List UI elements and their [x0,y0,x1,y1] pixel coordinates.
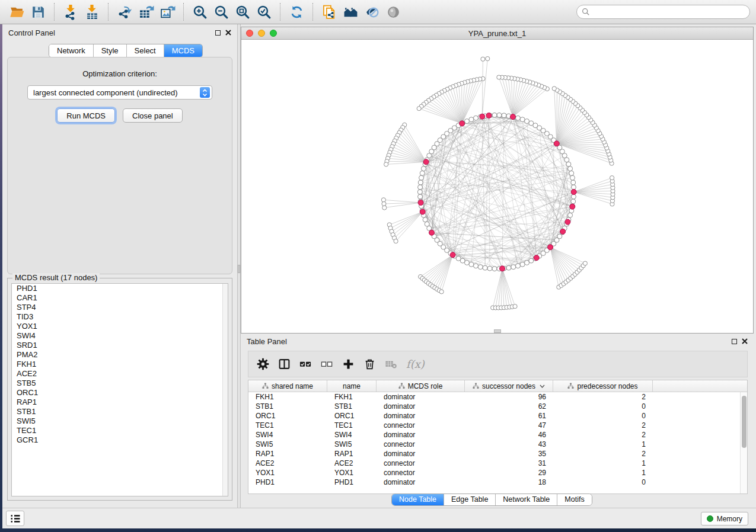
ring-node[interactable] [418,185,423,190]
canvas-splitter-handle[interactable] [494,329,501,333]
table-cell[interactable]: FKH1 [327,393,377,401]
close-window-icon[interactable] [246,30,253,37]
ring-node[interactable] [525,119,529,124]
ring-node[interactable] [520,117,525,122]
hub-node[interactable] [570,204,575,209]
table-cell[interactable]: dominator [377,431,465,439]
ring-node[interactable] [469,262,474,267]
ring-node[interactable] [566,162,571,166]
hub-node[interactable] [480,114,485,119]
ring-node[interactable] [417,190,422,194]
tab-select[interactable]: Select [127,44,164,57]
table-row[interactable]: ACE2ACE2connector311 [248,459,740,468]
splitter-handle[interactable] [238,265,240,273]
ring-node[interactable] [474,116,479,120]
task-history-button[interactable] [6,511,24,526]
table-cell[interactable]: 1 [553,459,653,467]
mcds-result-item[interactable]: FKH1 [12,360,228,369]
ring-node[interactable] [418,194,423,199]
ring-node[interactable] [569,171,574,175]
table-cell[interactable]: SWI4 [248,431,327,439]
table-cell[interactable]: ACE2 [248,459,327,467]
column-header-successor-nodes[interactable]: successor nodes [465,380,553,392]
ring-node[interactable] [570,175,575,180]
mcds-result-item[interactable]: STB5 [12,379,228,388]
table-cell[interactable]: 62 [465,402,553,411]
table-cell[interactable]: connector [377,469,465,477]
table-cell[interactable]: connector [377,459,465,467]
hub-node[interactable] [548,245,553,250]
table-cell[interactable]: FKH1 [248,393,327,401]
table-cell[interactable]: SWI5 [248,440,327,448]
ring-node[interactable] [568,166,573,171]
ring-node[interactable] [525,260,529,265]
ring-node[interactable] [571,185,576,190]
table-cell[interactable]: 35 [465,450,553,458]
search-network-icon[interactable] [342,3,359,21]
hub-node[interactable] [423,159,429,165]
ring-node[interactable] [464,260,469,265]
tab-node-table[interactable]: Node Table [392,494,444,505]
tab-edge-table[interactable]: Edge Table [444,494,496,505]
zoom-out-icon[interactable] [212,3,230,21]
table-cell[interactable]: 29 [465,469,553,477]
tab-mcds[interactable]: MCDS [164,44,202,57]
ring-node[interactable] [483,265,487,270]
refresh-icon[interactable] [288,3,305,21]
table-scrollbar[interactable] [740,392,747,493]
ring-node[interactable] [464,119,469,124]
open-file-icon[interactable] [8,3,25,21]
tab-motifs[interactable]: Motifs [557,494,591,505]
hub-node[interactable] [429,230,435,235]
ring-node[interactable] [571,180,576,185]
ring-node[interactable] [529,121,534,126]
table-cell[interactable]: 31 [465,459,553,467]
minimize-window-icon[interactable] [258,30,265,37]
mcds-result-item[interactable]: ACE2 [12,369,228,379]
mcds-result-item[interactable]: SWI5 [12,416,228,426]
column-header-mcds-role[interactable]: MCDS role [377,380,465,392]
mcds-result-item[interactable]: TEC1 [12,426,228,435]
toggle-panel-icon[interactable] [278,357,291,371]
select-all-icon[interactable] [299,357,312,371]
float-panel-icon[interactable] [215,30,221,36]
hub-node[interactable] [460,121,465,126]
table-cell[interactable]: PHD1 [327,478,377,486]
zoom-window-icon[interactable] [270,30,277,37]
function-builder-icon[interactable]: f(x) [406,357,425,371]
leaf-node[interactable] [513,305,517,309]
hub-node[interactable] [560,229,566,234]
table-cell[interactable]: 0 [553,402,653,411]
table-cell[interactable]: PHD1 [248,478,327,486]
table-cell[interactable]: 0 [553,478,653,486]
mcds-result-item[interactable]: RAP1 [12,398,228,407]
mcds-result-item[interactable]: ORC1 [12,388,228,398]
mcds-result-list[interactable]: PHD1CAR1STP4TID3YOX1SWI4SRD1PMA2FKH1ACE2… [11,283,228,496]
table-cell[interactable]: TEC1 [248,421,327,430]
ring-node[interactable] [423,217,428,222]
float-panel-icon[interactable] [732,339,737,344]
leaf-node[interactable] [486,56,490,60]
hub-node[interactable] [420,209,425,214]
ring-node[interactable] [506,265,511,270]
import-network-icon[interactable] [62,3,79,21]
show-eye-icon[interactable] [384,3,402,21]
scrollbar-thumb[interactable] [742,396,747,448]
table-cell[interactable]: 96 [465,393,553,401]
ring-node[interactable] [492,267,497,271]
hub-node[interactable] [418,200,423,206]
table-cell[interactable]: YOX1 [327,469,377,477]
mcds-result-item[interactable]: STP4 [12,303,228,312]
table-cell[interactable]: dominator [377,402,465,411]
mcds-result-item[interactable]: STB1 [12,407,228,416]
mcds-result-item[interactable]: YOX1 [12,322,228,331]
table-row[interactable]: SWI4SWI4dominator462 [248,430,740,440]
ring-node[interactable] [478,265,483,270]
hide-eye-icon[interactable] [363,3,381,21]
mcds-result-item[interactable]: GCR1 [12,435,228,445]
memory-button[interactable]: Memory [701,512,748,525]
ring-node[interactable] [568,213,573,217]
zoom-fit-icon[interactable] [234,3,251,21]
table-row[interactable]: ORC1ORC1dominator610 [248,411,740,421]
table-cell[interactable]: YOX1 [248,469,327,477]
